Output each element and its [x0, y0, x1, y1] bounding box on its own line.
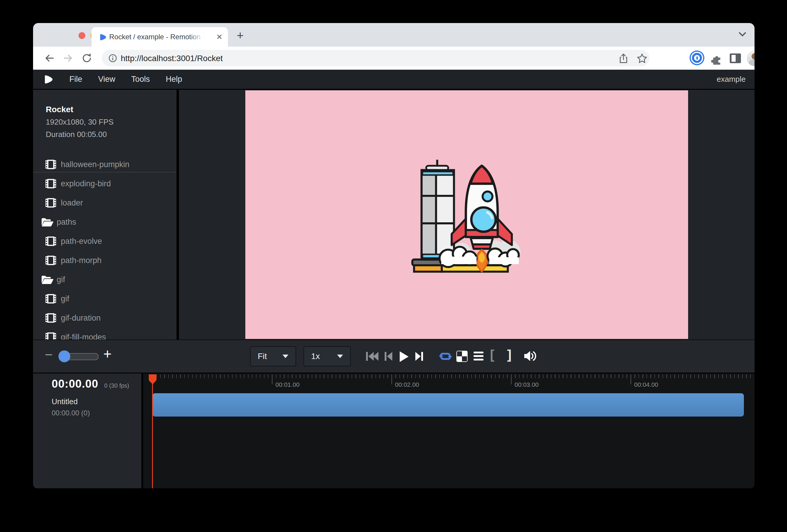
open-folder-icon: [41, 217, 54, 227]
reload-icon[interactable]: [82, 53, 93, 63]
sidebar-item-path-morph[interactable]: path-morph: [33, 251, 176, 270]
menu-view[interactable]: View: [90, 75, 123, 84]
timeline-track-area[interactable]: 00:01.00 00:02.00 00:03.00 00:04.00: [143, 374, 754, 488]
ruler-label: 00:04.00: [634, 381, 658, 388]
sidebar-item-loader[interactable]: loader: [33, 193, 176, 213]
current-timecode: 00:00.00: [52, 378, 98, 390]
timeline-zoom-slider[interactable]: [59, 353, 99, 360]
film-icon: [45, 178, 56, 189]
new-tab-button[interactable]: +: [237, 31, 243, 40]
menu-file[interactable]: File: [61, 75, 90, 84]
sidebar-item-label: path-evolve: [61, 237, 102, 246]
browser-toolbar: http://localhost:3001/Rocket: [33, 47, 754, 70]
onepassword-inner: [694, 55, 700, 61]
film-icon: [45, 197, 56, 208]
timeline-rows-icon[interactable]: [473, 351, 484, 362]
sidebar-panel-inner: [731, 55, 736, 62]
in-point-bracket-icon[interactable]: [: [490, 347, 494, 362]
tab-title-fade: [189, 30, 210, 44]
sidebar-item-exploding-bird[interactable]: exploding-bird: [33, 174, 176, 193]
ruler-major-tick: [272, 374, 273, 384]
composition-title: Rocket: [46, 103, 114, 116]
onepassword-extension-icon[interactable]: [691, 52, 703, 64]
playback-speed-select[interactable]: 1x: [303, 346, 351, 366]
ruler-label: 00:01.00: [275, 381, 300, 388]
chevron-down-icon: [337, 355, 343, 358]
sidebar-item-gif-duration[interactable]: gif-duration: [33, 308, 176, 328]
sidebar-panel-icon[interactable]: [730, 54, 741, 63]
sidebar-folder-gif[interactable]: gif: [33, 270, 176, 289]
profile-avatar[interactable]: [747, 50, 754, 66]
composition-resolution: 1920x1080, 30 FPS: [46, 116, 114, 128]
ruler-major-tick: [511, 374, 512, 384]
volume-icon[interactable]: [524, 350, 537, 362]
browser-tab[interactable]: Rocket / example - Remotion P ✕: [91, 27, 228, 47]
close-window-button[interactable]: [79, 32, 85, 39]
sidebar-item-label: path-morph: [61, 256, 102, 265]
ruler-major-tick: [631, 374, 631, 384]
site-info-icon[interactable]: [108, 54, 117, 63]
play-icon[interactable]: [399, 351, 409, 363]
sidebar-item-halloween-pumpkin[interactable]: halloween-pumpkin: [33, 155, 176, 174]
canvas-size-select[interactable]: Fit: [250, 346, 296, 366]
next-frame-icon[interactable]: [414, 351, 424, 362]
film-icon: [45, 312, 56, 324]
avatar-head: [751, 53, 754, 60]
current-frame-label: 0 (30 fps): [104, 382, 129, 389]
timeline-info-panel: 00:00.00 0 (30 fps) Untitled 00:00.00 (0…: [33, 374, 142, 488]
url-bar[interactable]: http://localhost:3001/Rocket: [102, 50, 650, 66]
tab-close-icon[interactable]: ✕: [216, 32, 222, 42]
speed-select-value: 1x: [311, 352, 320, 361]
skip-to-start-icon[interactable]: [365, 351, 379, 362]
avatar-body: [749, 60, 754, 66]
sidebar-item-gif[interactable]: gif: [33, 289, 176, 308]
sidebar-item-label: exploding-bird: [61, 179, 111, 188]
track-name-label: Untitled: [52, 397, 78, 406]
film-icon: [45, 236, 56, 247]
sidebar-item-label: gif: [61, 294, 69, 303]
ruler-label: 00:03.00: [514, 381, 539, 388]
loop-icon[interactable]: [438, 350, 453, 363]
chevron-down-icon: [282, 355, 289, 358]
menu-tools[interactable]: Tools: [123, 75, 158, 84]
zoom-out-button[interactable]: −: [45, 347, 53, 363]
playhead-marker[interactable]: [149, 374, 156, 385]
tab-search-chevron-icon[interactable]: [739, 32, 746, 37]
remotion-logo-icon[interactable]: [44, 75, 53, 84]
transparency-checkerboard-icon[interactable]: [456, 350, 468, 363]
rocket-illustration: [409, 158, 525, 274]
sidebar-item-label: gif-duration: [61, 314, 101, 323]
ruler-major-tick: [391, 374, 392, 384]
ruler-minor-ticks: [152, 374, 751, 378]
forward-icon[interactable]: [63, 53, 74, 63]
film-icon: [45, 293, 56, 304]
zoom-slider-thumb[interactable]: [59, 350, 70, 362]
playhead-line: [152, 374, 153, 488]
out-point-bracket-icon[interactable]: ]: [507, 347, 512, 362]
sidebar-folder-paths[interactable]: paths: [33, 213, 176, 232]
bookmark-star-icon[interactable]: [637, 53, 647, 64]
playback-toolbar: − + Fit 1x: [33, 340, 754, 373]
video-canvas[interactable]: [245, 90, 688, 339]
previous-frame-icon[interactable]: [384, 351, 393, 362]
ruler-label: 00:02.00: [395, 381, 419, 388]
film-icon: [45, 159, 56, 170]
extensions-puzzle-icon[interactable]: [711, 54, 723, 65]
track-time-label: 00:00.00 (0): [52, 409, 90, 417]
sidebar-preview-divider: [176, 90, 179, 340]
zoom-in-button[interactable]: +: [103, 346, 112, 362]
url-text: http://localhost:3001/Rocket: [121, 54, 223, 63]
sidebar-item-path-evolve[interactable]: path-evolve: [33, 232, 176, 251]
timeline-clip[interactable]: [152, 393, 744, 417]
share-icon[interactable]: [618, 53, 629, 64]
composition-info: Rocket 1920x1080, 30 FPS Duration 00:05.…: [46, 103, 114, 141]
sidebar-item-label: halloween-pumpkin: [61, 160, 130, 169]
main-area: Rocket 1920x1080, 30 FPS Duration 00:05.…: [33, 90, 754, 340]
sidebar-folder-label: paths: [57, 218, 76, 227]
preview-area: [179, 90, 754, 340]
sidebar-folder-label: gif: [57, 275, 65, 284]
back-icon[interactable]: [44, 53, 55, 63]
film-icon: [45, 255, 56, 266]
composition-list: halloween-pumpkin exploding-bird loader …: [33, 155, 176, 347]
menu-help[interactable]: Help: [158, 75, 190, 84]
